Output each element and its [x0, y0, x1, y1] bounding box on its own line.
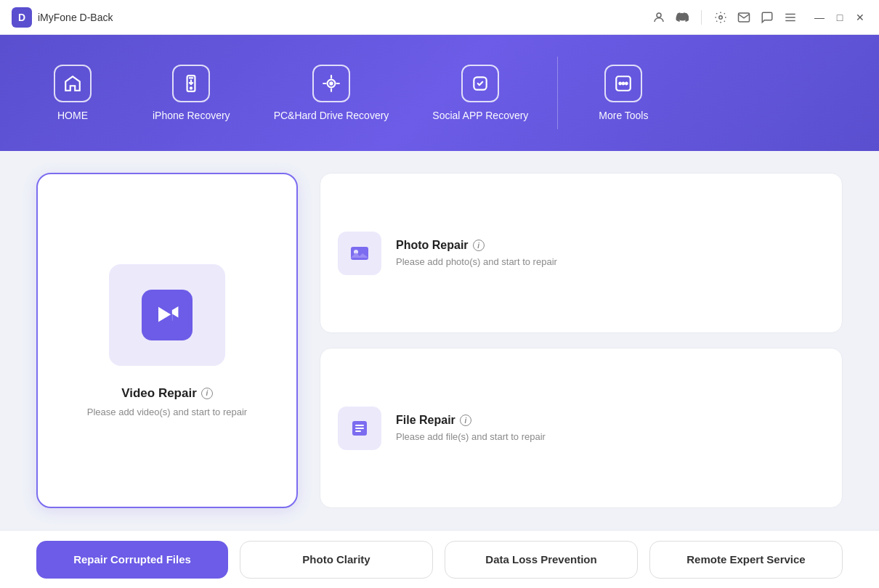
svg-marker-15	[158, 306, 171, 322]
nav-divider	[557, 57, 558, 129]
data-loss-button[interactable]: Data Loss Prevention	[445, 541, 638, 579]
photo-repair-text: Photo Repair i Please add photo(s) and s…	[396, 239, 557, 267]
photo-repair-title: Photo Repair i	[396, 239, 557, 252]
svg-point-13	[623, 83, 625, 85]
nav-item-more[interactable]: More Tools	[565, 65, 681, 121]
chat-icon[interactable]	[760, 10, 774, 25]
file-repair-card[interactable]: File Repair i Please add file(s) and sta…	[320, 348, 843, 508]
nav-label-social: Social APP Recovery	[432, 110, 528, 121]
photo-repair-card[interactable]: Photo Repair i Please add photo(s) and s…	[320, 173, 843, 333]
social-icon-wrap	[461, 65, 499, 102]
iphone-icon-wrap	[172, 65, 210, 102]
file-repair-desc: Please add file(s) and start to repair	[396, 431, 546, 442]
more-icon-wrap	[604, 65, 642, 102]
maximize-button[interactable]: □	[833, 10, 847, 25]
person-icon[interactable]	[652, 10, 666, 25]
play-camera-icon	[142, 290, 193, 340]
photo-clarity-button[interactable]: Photo Clarity	[240, 541, 433, 579]
discord-icon[interactable]	[675, 10, 689, 25]
file-repair-text: File Repair i Please add file(s) and sta…	[396, 414, 546, 442]
video-repair-info-icon[interactable]: i	[201, 388, 213, 399]
right-cards: Photo Repair i Please add photo(s) and s…	[320, 173, 843, 508]
file-repair-icon	[338, 407, 381, 450]
video-icon-background	[109, 264, 225, 366]
titlebar-icons: — □ ✕	[652, 10, 867, 25]
svg-point-1	[719, 15, 723, 19]
nav-item-social[interactable]: Social APP Recovery	[410, 65, 550, 121]
svg-point-9	[330, 82, 332, 84]
nav-label-pc: PC&Hard Drive Recovery	[274, 110, 389, 121]
pc-icon-wrap	[312, 65, 350, 102]
svg-point-12	[620, 83, 622, 85]
close-button[interactable]: ✕	[853, 10, 867, 25]
title-bar: D iMyFone D-Back	[0, 0, 879, 35]
window-controls: — □ ✕	[812, 10, 867, 25]
video-repair-title: Video Repair i	[121, 386, 213, 401]
svg-rect-23	[355, 428, 364, 429]
bottom-bar: Repair Corrupted Files Photo Clarity Dat…	[0, 530, 879, 588]
photo-repair-icon	[338, 232, 381, 275]
logo-letter: D	[12, 7, 32, 28]
photo-repair-info-icon[interactable]: i	[473, 240, 485, 251]
app-logo: D iMyFone D-Back	[12, 7, 652, 28]
nav-item-pc[interactable]: PC&Hard Drive Recovery	[252, 65, 411, 121]
nav-label-more: More Tools	[599, 110, 648, 121]
remote-expert-button[interactable]: Remote Expert Service	[649, 541, 843, 579]
nav-item-iphone[interactable]: iPhone Recovery	[131, 65, 252, 121]
svg-point-0	[657, 13, 661, 17]
svg-rect-22	[355, 425, 364, 426]
home-icon-wrap	[54, 65, 92, 102]
svg-rect-18	[351, 247, 368, 260]
separator	[701, 10, 702, 25]
nav-label-home: HOME	[57, 110, 88, 121]
file-repair-info-icon[interactable]: i	[460, 415, 471, 426]
repair-corrupted-button[interactable]: Repair Corrupted Files	[36, 541, 228, 579]
minimize-button[interactable]: —	[812, 10, 827, 25]
settings-icon[interactable]	[713, 10, 728, 25]
svg-rect-24	[355, 430, 361, 432]
photo-repair-desc: Please add photo(s) and start to repair	[396, 256, 557, 267]
svg-point-7	[190, 87, 192, 89]
svg-rect-16	[172, 309, 173, 320]
menu-icon[interactable]	[783, 10, 798, 25]
svg-point-14	[625, 83, 628, 85]
video-repair-desc: Please add video(s) and start to repair	[87, 407, 247, 417]
mail-icon[interactable]	[737, 10, 751, 25]
app-title: iMyFone D-Back	[38, 12, 113, 23]
nav-item-home[interactable]: HOME	[15, 65, 131, 121]
nav-label-iphone: iPhone Recovery	[153, 110, 230, 121]
nav-bar: HOME iPhone Recovery PC&Hard Drive Recov…	[0, 35, 879, 151]
main-content: Video Repair i Please add video(s) and s…	[0, 151, 879, 530]
video-repair-card[interactable]: Video Repair i Please add video(s) and s…	[36, 173, 298, 508]
file-repair-title: File Repair i	[396, 414, 546, 427]
